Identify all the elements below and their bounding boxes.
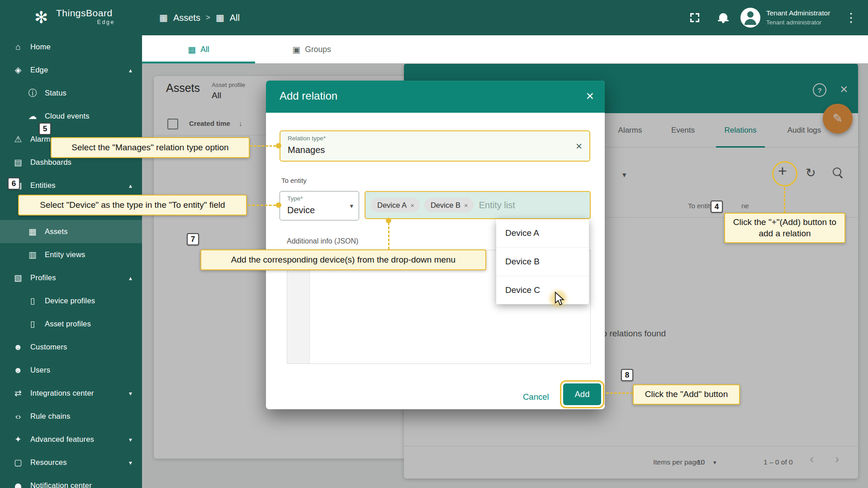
domain-icon: ▦ — [159, 12, 168, 23]
sidebar-item-label: Resources — [30, 458, 67, 467]
chevron-down-icon: ▾ — [129, 459, 132, 466]
sidebar-item-notification-center[interactable]: Notification center — [0, 474, 142, 488]
sidebar-item-entity-views[interactable]: ▥ Entity views — [0, 243, 142, 266]
sidebar-item-advanced-features[interactable]: ✦ Advanced features ▾ — [0, 428, 142, 451]
chevron-up-icon: ▴ — [129, 67, 132, 74]
tab-all-label: All — [200, 45, 209, 54]
user-role: Tenant administrator — [766, 19, 830, 26]
option-device-c[interactable]: Device C — [496, 276, 589, 304]
breadcrumb: ▦ Assets > ▦ All — [159, 0, 240, 35]
assets-icon: ▦ — [27, 226, 38, 237]
highlight-dot-7 — [386, 218, 391, 223]
entity-list-input[interactable] — [478, 200, 534, 211]
chip-close-icon[interactable]: × — [464, 201, 468, 209]
breadcrumb-assets[interactable]: Assets — [173, 13, 200, 23]
step-badge-5: 5 — [39, 123, 51, 135]
sidebar-item-customers[interactable]: ☻ Customers — [0, 335, 142, 359]
chip-label: Device A — [377, 201, 407, 210]
integrations-icon: ⇄ — [12, 388, 24, 398]
highlight-dot-6 — [276, 202, 281, 208]
step-badge-6: 6 — [8, 177, 20, 190]
clear-icon[interactable]: × — [576, 140, 582, 153]
sidebar-item-edge[interactable]: ◈ Edge ▴ — [0, 58, 142, 81]
sidebar-item-label: Edge — [30, 66, 48, 74]
entity-list-field[interactable]: Device A × Device B × — [365, 191, 591, 219]
user-name: Tenant Administrator — [766, 9, 830, 17]
caret-down-icon: ▾ — [350, 202, 353, 210]
home-icon: ⌂ — [12, 42, 24, 52]
plus-highlight-ring — [772, 161, 797, 187]
cloud-icon: ☁ — [27, 111, 38, 121]
kebab-menu-icon[interactable]: ⋮ — [845, 10, 857, 25]
tab-groups[interactable]: ▣ Groups — [255, 35, 368, 63]
notifications-bell-icon[interactable] — [719, 13, 727, 20]
sidebar-item-device-profiles[interactable]: ▯ Device profiles — [0, 289, 142, 312]
domain-icon: ▦ — [216, 12, 224, 23]
tab-all[interactable]: ▦ All — [142, 35, 255, 63]
add-button[interactable]: Add — [563, 383, 601, 405]
sidebar-item-label: Home — [30, 43, 51, 51]
option-device-a[interactable]: Device A — [496, 219, 589, 247]
sidebar-item-label: Status — [45, 89, 66, 97]
to-entity-label: To entity — [281, 177, 307, 184]
chevron-down-icon: ▾ — [129, 436, 132, 443]
customers-icon: ☻ — [12, 342, 24, 352]
asset-profiles-icon: ▯ — [27, 319, 38, 329]
sidebar-item-assets[interactable]: ▦ Assets — [0, 220, 142, 243]
sidebar-item-integrations-center[interactable]: ⇄ Integrations center ▾ — [0, 382, 142, 405]
field-value: Device — [287, 205, 315, 215]
app-header: ✻ ThingsBoard Edge ▦ Assets > ▦ All Tena… — [0, 0, 868, 35]
annotation-step-4: Click the "+"(Add) button to add a relat… — [724, 213, 845, 243]
cancel-button[interactable]: Cancel — [516, 388, 556, 407]
additional-info-label: Additional info (JSON) — [287, 237, 358, 245]
sidebar-item-resources[interactable]: ▢ Resources ▾ — [0, 451, 142, 474]
groups-icon: ▣ — [292, 44, 300, 55]
logo: ThingsBoard Edge — [56, 8, 115, 25]
option-device-b[interactable]: Device B — [496, 247, 589, 276]
user-icon: ☻ — [12, 365, 24, 375]
sidebar: ⌂ Home ◈ Edge ▴ ⓘ Status ☁ Cloud events … — [0, 35, 142, 488]
notification-bell-icon — [12, 481, 24, 488]
profiles-icon: ▧ — [12, 273, 24, 283]
sidebar-item-status[interactable]: ⓘ Status — [0, 81, 142, 105]
sidebar-item-profiles[interactable]: ▧ Profiles ▴ — [0, 266, 142, 289]
sidebar-item-rule-chains[interactable]: ‹› Rule chains — [0, 405, 142, 428]
field-label: Relation type* — [288, 135, 326, 142]
sidebar-item-entities[interactable]: ▩ Entities ▴ — [0, 174, 142, 197]
annotation-step-8: Click the "Add" button — [633, 384, 740, 405]
sidebar-item-label: Assets — [45, 227, 68, 236]
sidebar-item-label: Users — [30, 366, 50, 374]
connector-line-5 — [250, 145, 276, 147]
entity-views-icon: ▥ — [27, 249, 38, 260]
chevron-up-icon: ▴ — [129, 182, 132, 189]
sidebar-item-label: Device profiles — [45, 297, 95, 305]
fullscreen-icon[interactable] — [690, 13, 699, 22]
entity-type-select[interactable]: Type* Device ▾ — [280, 191, 359, 220]
connector-line-8 — [606, 392, 633, 394]
step-badge-7: 7 — [187, 233, 199, 245]
step-badge-4: 4 — [711, 201, 723, 213]
chip-device-b[interactable]: Device B × — [424, 198, 474, 212]
relation-type-field[interactable]: Relation type* Manages × — [280, 130, 590, 162]
chip-label: Device B — [431, 201, 460, 210]
entity-options-dropdown: Device A Device B Device C — [496, 219, 589, 304]
chip-device-a[interactable]: Device A × — [371, 198, 420, 212]
annotation-step-7: Add the corresponding device(s) from the… — [200, 249, 486, 270]
sidebar-item-asset-profiles[interactable]: ▯ Asset profiles — [0, 312, 142, 335]
chevron-down-icon: ▾ — [129, 390, 132, 397]
chip-close-icon[interactable]: × — [410, 201, 414, 209]
sidebar-item-home[interactable]: ⌂ Home — [0, 35, 142, 58]
warning-icon: ⚠ — [12, 134, 24, 144]
breadcrumb-all[interactable]: All — [230, 13, 240, 23]
rule-chains-icon: ‹› — [12, 411, 24, 421]
sidebar-item-users[interactable]: ☻ Users — [0, 359, 142, 382]
avatar[interactable] — [740, 8, 760, 28]
sidebar-item-label: Asset profiles — [45, 320, 91, 328]
close-icon[interactable]: × — [586, 88, 594, 104]
sidebar-item-cloud-events[interactable]: ☁ Cloud events — [0, 105, 142, 128]
sidebar-item-label: Entities — [30, 181, 56, 190]
cursor-pointer — [554, 292, 565, 306]
dashboards-icon: ▤ — [12, 157, 24, 167]
domain-icon: ▦ — [188, 44, 196, 55]
user-info: Tenant Administrator Tenant administrato… — [766, 9, 830, 26]
